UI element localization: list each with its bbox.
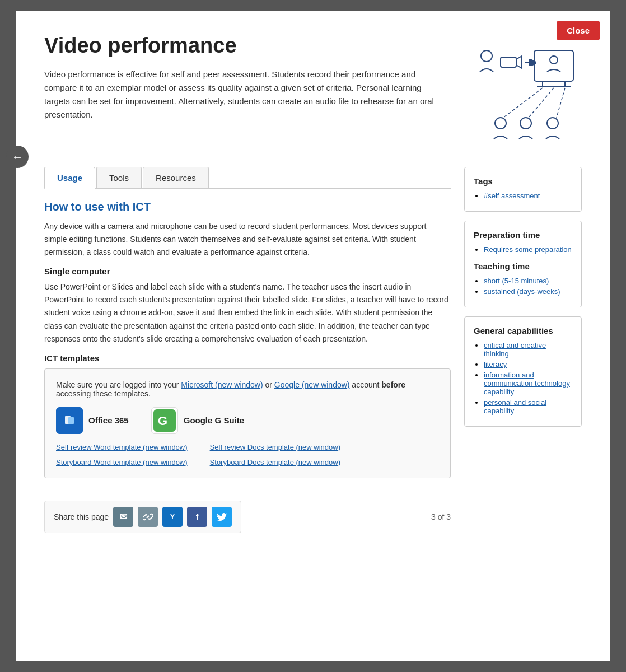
tab-resources[interactable]: Resources bbox=[143, 167, 209, 188]
ict-note: Make sure you are logged into your Micro… bbox=[56, 380, 439, 398]
gsuite-app: G Google G Suite bbox=[151, 407, 244, 434]
capability-item-3: information and communication technology… bbox=[484, 371, 572, 396]
footer-row: Share this page ✉ Y f bbox=[44, 484, 451, 533]
hero-illustration bbox=[470, 39, 582, 153]
storyboard-docs-link[interactable]: Storyboard Docs template (new window) bbox=[210, 458, 340, 466]
svg-point-11 bbox=[495, 118, 506, 129]
prep-item: Requires some preparation bbox=[484, 245, 572, 254]
main-layout: Usage Tools Resources How to use with IC… bbox=[44, 167, 582, 533]
svg-point-12 bbox=[520, 118, 531, 129]
svg-line-10 bbox=[557, 88, 565, 118]
back-button[interactable]: ← bbox=[6, 146, 29, 168]
close-button[interactable]: Close bbox=[557, 21, 600, 40]
sidebar: Tags #self assessment Preparation time R… bbox=[464, 167, 582, 533]
ict-box: Make sure you are logged into your Micro… bbox=[44, 368, 451, 478]
svg-line-9 bbox=[529, 88, 554, 118]
header-area: Video performance Video performance is e… bbox=[44, 34, 582, 153]
share-bar: Share this page ✉ Y f bbox=[44, 501, 241, 533]
content-area: Usage Tools Resources How to use with IC… bbox=[44, 167, 451, 533]
office365-icon bbox=[56, 407, 83, 434]
capability-link-1[interactable]: critical and creative thinking bbox=[484, 341, 546, 358]
capabilities-list: critical and creative thinking literacy … bbox=[474, 341, 572, 415]
svg-rect-16 bbox=[68, 417, 74, 424]
capability-item-4: personal and social capability bbox=[484, 398, 572, 415]
gsuite-name: Google G Suite bbox=[184, 416, 244, 425]
tab-tools[interactable]: Tools bbox=[96, 167, 142, 188]
svg-line-8 bbox=[503, 88, 543, 118]
self-review-docs-link[interactable]: Self review Docs template (new window) bbox=[210, 443, 340, 451]
teaching-item-1: short (5-15 minutes) bbox=[484, 277, 572, 285]
prep-list: Requires some preparation bbox=[474, 245, 572, 254]
google-links: Self review Docs template (new window) S… bbox=[210, 443, 340, 466]
svg-point-4 bbox=[550, 56, 558, 64]
share-link-icon[interactable] bbox=[138, 507, 158, 527]
capability-link-4[interactable]: personal and social capability bbox=[484, 398, 546, 415]
page-title: Video performance bbox=[44, 34, 447, 58]
svg-text:G: G bbox=[158, 414, 167, 428]
share-yammer-icon[interactable]: Y bbox=[162, 507, 183, 527]
capability-item-1: critical and creative thinking bbox=[484, 341, 572, 358]
self-review-word-link[interactable]: Self review Word template (new window) bbox=[56, 443, 188, 451]
teaching-link-2[interactable]: sustained (days-weeks) bbox=[484, 287, 560, 296]
ict-apps: Office 365 G Google G Suite bbox=[56, 407, 439, 434]
svg-rect-6 bbox=[501, 57, 516, 67]
prep-heading: Preparation time bbox=[474, 230, 572, 240]
tags-heading: Tags bbox=[474, 176, 572, 186]
share-twitter-icon[interactable] bbox=[212, 507, 232, 527]
tags-list: #self assessment bbox=[474, 192, 572, 200]
ict-templates-heading: ICT templates bbox=[44, 353, 451, 363]
body-text-1: Any device with a camera and microphone … bbox=[44, 220, 451, 259]
single-computer-heading: Single computer bbox=[44, 267, 451, 276]
prep-card: Preparation time Requires some preparati… bbox=[464, 221, 582, 307]
page-description: Video performance is effective for self … bbox=[44, 68, 447, 122]
teaching-heading: Teaching time bbox=[474, 262, 572, 271]
tag-item: #self assessment bbox=[484, 192, 572, 200]
teaching-link-1[interactable]: short (5-15 minutes) bbox=[484, 277, 549, 285]
tags-card: Tags #self assessment bbox=[464, 167, 582, 212]
capability-item-2: literacy bbox=[484, 360, 572, 368]
svg-rect-0 bbox=[534, 50, 573, 81]
modal-container: Close ← Video performance Video performa… bbox=[16, 11, 610, 661]
gsuite-icon: G bbox=[151, 407, 178, 434]
storyboard-word-link[interactable]: Storyboard Word template (new window) bbox=[56, 458, 188, 466]
body-text-2: Use PowerPoint or Slides and label each … bbox=[44, 281, 451, 345]
share-email-icon[interactable]: ✉ bbox=[113, 507, 133, 527]
page-count: 3 of 3 bbox=[431, 512, 451, 521]
microsoft-link[interactable]: Microsoft (new window) bbox=[181, 380, 263, 389]
capabilities-heading: General capabilities bbox=[474, 326, 572, 335]
tab-usage[interactable]: Usage bbox=[44, 167, 95, 189]
google-link[interactable]: Google (new window) bbox=[274, 380, 350, 389]
share-facebook-icon[interactable]: f bbox=[187, 507, 207, 527]
section-title: How to use with ICT bbox=[44, 200, 451, 213]
prep-link[interactable]: Requires some preparation bbox=[484, 245, 572, 254]
capabilities-card: General capabilities critical and creati… bbox=[464, 316, 582, 427]
teaching-list: short (5-15 minutes) sustained (days-wee… bbox=[474, 277, 572, 296]
office365-app: Office 365 bbox=[56, 407, 129, 434]
svg-point-13 bbox=[547, 118, 558, 129]
tag-link[interactable]: #self assessment bbox=[484, 192, 540, 200]
tabs-bar: Usage Tools Resources bbox=[44, 167, 451, 189]
share-label: Share this page bbox=[54, 512, 109, 521]
teaching-item-2: sustained (days-weeks) bbox=[484, 287, 572, 296]
office365-name: Office 365 bbox=[88, 416, 129, 425]
capability-link-2[interactable]: literacy bbox=[484, 360, 507, 368]
svg-point-5 bbox=[481, 50, 492, 62]
header-text: Video performance Video performance is e… bbox=[44, 34, 447, 122]
ict-links: Self review Word template (new window) S… bbox=[56, 443, 439, 466]
office-links: Self review Word template (new window) S… bbox=[56, 443, 188, 466]
capability-link-3[interactable]: information and communication technology… bbox=[484, 371, 570, 396]
